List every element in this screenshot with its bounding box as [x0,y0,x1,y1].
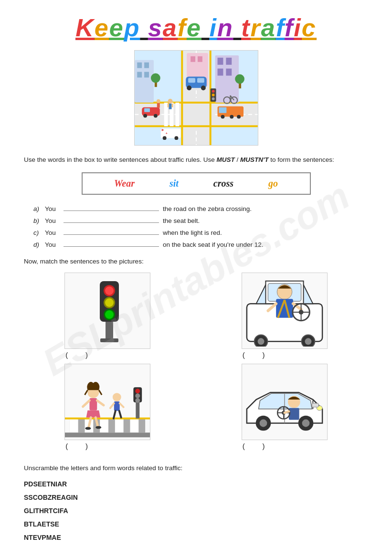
sentence-line-c[interactable] [64,228,159,235]
svg-point-54 [212,90,214,93]
svg-line-120 [120,403,124,407]
bracket-space-1 [72,351,82,359]
sentence-d: d) You on the back seat if you're under … [33,240,368,248]
svg-rect-66 [106,320,113,339]
svg-marker-110 [86,411,101,418]
svg-rect-42 [161,129,162,131]
svg-point-51 [156,99,160,103]
sentence-rest-a: the road on the zebra crossing. [163,205,252,212]
svg-rect-16 [144,63,149,68]
svg-rect-26 [197,56,202,62]
svg-point-46 [174,136,178,140]
bracket-space-4 [249,442,259,450]
svg-rect-137 [312,403,318,407]
picture-bracket-3: ( ) [64,442,150,450]
bracket-space-2 [249,351,259,359]
svg-rect-29 [197,78,204,83]
svg-point-35 [153,114,157,118]
bracket-close-2: ) [263,351,265,359]
svg-text:+: + [165,132,167,135]
svg-point-71 [105,298,114,307]
sentence-rest-d: on the back seat if you're under 12. [163,241,263,248]
traffic-image: + [134,50,258,146]
picture-cell-4: ( ) [201,364,369,450]
svg-rect-22 [217,69,223,76]
sentence-label-d: d) [33,241,43,248]
svg-rect-23 [226,69,232,76]
svg-rect-43 [162,130,163,131]
word-wear: Wear [114,178,135,189]
svg-point-117 [113,393,121,402]
scramble-word: SSCOBZREAGIN [24,491,368,504]
svg-rect-98 [130,419,139,433]
svg-point-62 [150,74,160,83]
bracket-open-2: ( [243,351,245,359]
svg-point-114 [96,426,102,429]
svg-point-55 [212,94,214,96]
svg-rect-28 [188,78,195,83]
sentences-section: a) You the road on the zebra crossing. b… [24,204,368,248]
traffic-image-container: + [24,50,368,146]
svg-point-39 [230,115,233,119]
word-box: Wear sit cross go [82,172,311,195]
sentence-rest-b: the seat belt. [163,217,200,224]
sentence-label-a: a) [33,205,43,212]
picture-frame-3 [64,364,150,440]
svg-point-73 [105,310,114,319]
sentence-line-d[interactable] [64,240,159,247]
bracket-space-3 [72,442,82,450]
svg-point-69 [105,286,114,295]
picture-frame-1 [64,273,150,349]
svg-point-90 [257,338,264,345]
scramble-words: PDSEETNIARSSCOBZREAGINGLITHRTCIFABTLAETS… [24,477,368,544]
svg-rect-97 [115,419,124,433]
picture-bracket-2: ( ) [242,351,328,359]
word-sit: sit [170,178,179,189]
scramble-word: PDSEETNIAR [24,477,368,491]
svg-rect-74 [100,338,118,342]
svg-point-127 [302,420,309,427]
svg-line-122 [119,411,121,418]
svg-rect-17 [137,72,142,78]
word-go: go [268,178,278,189]
svg-rect-13 [175,103,179,126]
svg-rect-48 [169,104,171,109]
svg-point-38 [221,115,224,119]
svg-line-119 [110,403,114,408]
svg-rect-5 [181,51,183,145]
svg-rect-130 [289,408,299,420]
picture-cell-2: ( ) [201,273,369,359]
sentence-a: a) You the road on the zebra crossing. [33,204,368,212]
sentence-c: c) You when the light is red. [33,228,368,236]
svg-rect-18 [144,72,149,78]
sentence-you-c: You [45,229,62,236]
svg-rect-15 [137,63,142,68]
scramble-word: NTEVPMAE [24,531,368,544]
sentence-line-b[interactable] [64,216,159,223]
picture-frame-2 [242,273,328,349]
svg-point-40 [237,115,241,119]
svg-line-107 [85,390,88,395]
sentence-rest-c: when the light is red. [163,229,222,236]
bracket-close-3: ) [85,442,88,450]
svg-point-31 [201,85,205,90]
sentence-line-a[interactable] [64,204,159,211]
svg-point-105 [136,399,140,403]
svg-rect-33 [144,108,150,112]
match-instruction: Now, match the sentences to the pictures… [24,258,368,265]
svg-point-64 [235,74,244,84]
svg-rect-37 [219,107,226,113]
svg-line-135 [285,411,289,413]
sentence-label-b: b) [33,217,43,224]
sentence-label-c: c) [33,229,43,236]
svg-point-47 [168,99,172,104]
svg-point-104 [136,394,140,399]
svg-rect-118 [114,401,120,411]
sentence-b: b) You the seat belt. [33,216,368,224]
sentence-you-a: You [45,205,62,212]
picture-bracket-4: ( ) [242,442,328,450]
svg-rect-49 [167,104,169,107]
pictures-grid: ( ) [24,273,368,450]
svg-point-92 [305,338,311,345]
bracket-close-4: ) [263,442,265,450]
